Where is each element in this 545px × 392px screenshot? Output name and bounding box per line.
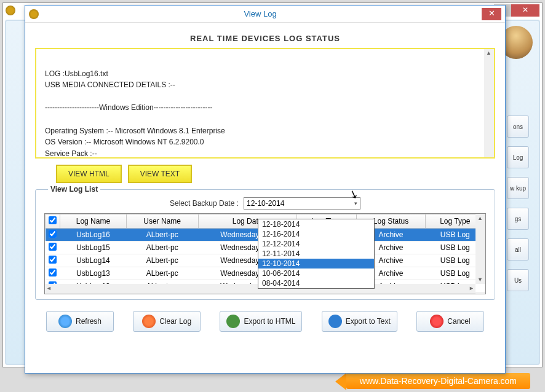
row-checkbox[interactable] [49,256,57,264]
dropdown-option[interactable]: 10-06-2014 [258,269,374,278]
row-checkbox[interactable] [49,230,57,238]
cell-logname: UsbLog13 [60,267,127,280]
log-textarea[interactable]: LOG :UsbLog16.txt USB MEDIA CONNECTED DE… [35,48,495,159]
log-scrollbar[interactable] [484,49,494,157]
cell-logname: UsbLog14 [60,254,127,267]
dropdown-option-selected[interactable]: 12-10-2014 [258,259,374,269]
app-icon [6,6,15,15]
dialog-titlebar: View Log ✕ [25,6,505,23]
view-text-button[interactable]: VIEW TEXT [128,165,192,183]
side-btn-6[interactable]: Us [507,269,529,291]
col-logname[interactable]: Log Name [60,214,127,229]
dropdown-option[interactable]: 12-16-2014 [258,229,374,239]
cell-username: ALbert-pc [126,229,198,241]
status-header: REAL TIME DEVICES LOG STATUS [35,34,495,43]
dropdown-option[interactable]: 12-11-2014 [258,249,374,259]
dropdown-option[interactable]: 12-12-2014 [258,239,374,249]
cell-username: ALbert-pc [126,267,198,280]
log-line: LOG :UsbLog16.txt [45,68,485,80]
cell-logname: UsbLog15 [60,241,127,254]
table-vscrollbar[interactable] [475,214,485,284]
dialog-close-button[interactable]: ✕ [482,8,501,20]
clear-icon [142,315,156,328]
close-button[interactable]: ✕ [511,4,539,17]
cancel-button[interactable]: Cancel [416,311,484,332]
side-btn-1[interactable]: ons [507,116,529,138]
row-checkbox[interactable] [49,269,57,276]
log-line: ----------------------Windows Edition---… [45,102,485,114]
view-html-button[interactable]: VIEW HTML [56,165,122,183]
col-check[interactable] [46,214,60,229]
row-checkbox[interactable] [49,243,57,251]
cell-username: ALbert-pc [126,241,198,254]
export-html-button[interactable]: Export to HTML [220,311,302,332]
log-line: Service Pack :-- [45,148,485,159]
clear-log-button[interactable]: Clear Log [133,311,201,332]
dropdown-option[interactable]: 08-04-2014 [258,278,374,288]
cancel-icon [430,315,444,328]
view-log-dialog: View Log ✕ REAL TIME DEVICES LOG STATUS … [25,5,506,374]
html-icon [226,315,240,328]
col-username[interactable]: User Name [126,214,198,229]
side-btn-4[interactable]: gs [507,208,529,230]
side-btn-2[interactable]: Log [507,146,529,168]
export-text-button[interactable]: Export to Text [322,311,397,332]
side-btn-5[interactable]: all [507,238,529,261]
txt-icon [328,315,342,328]
fieldset-legend: View Log List [48,185,100,194]
side-btn-3[interactable]: w kup [507,177,529,199]
dialog-icon [29,9,39,19]
dropdown-option[interactable]: 12-18-2014 [258,219,374,229]
footer-link[interactable]: www.Data-Recovery-Digital-Camera.com [346,373,530,389]
select-backup-label: Select Backup Date : [170,199,239,208]
backup-date-combo[interactable]: 12-10-2014 [244,197,360,210]
refresh-icon [58,315,72,328]
side-buttons: ons Log w kup gs all Us [507,116,529,291]
log-line: Operating System :-- Microsoft Windows 8… [45,125,485,137]
refresh-button[interactable]: Refresh [46,311,114,332]
dialog-title-text: View Log [39,9,482,18]
cell-username: ALbert-pc [126,254,198,267]
log-line: OS Version :-- Microsoft Windows NT 6.2.… [45,136,485,148]
log-line: USB MEDIA CONNECTED DETAILS :-- [45,79,485,91]
backup-date-dropdown[interactable]: 12-18-2014 12-16-2014 12-12-2014 12-11-2… [258,219,375,289]
cell-logname: UsbLog16 [60,229,127,241]
